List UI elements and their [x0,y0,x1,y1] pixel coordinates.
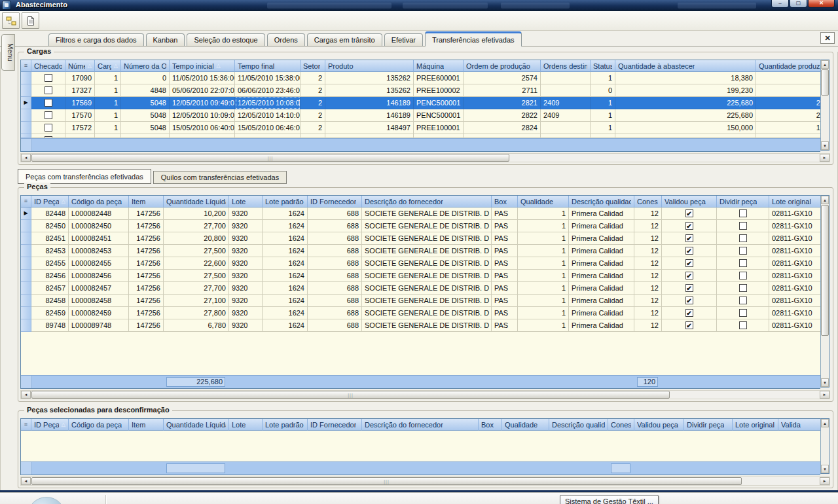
grid-cell[interactable]: 2 [301,109,325,122]
grid-cell[interactable]: Primera Calidad [569,220,634,232]
cargas-column-header[interactable]: Carga△ [95,60,121,72]
grid-cell[interactable]: 5048 [121,109,170,122]
grid-cell[interactable]: 82459 [31,307,69,319]
checkbox-checked[interactable]: ✔ [685,209,693,217]
checkbox-checked[interactable]: ✔ [685,259,693,267]
grid-cell[interactable]: Primera Calidad [569,295,634,307]
grid-cell[interactable]: 12 [634,295,662,307]
grid-cell[interactable]: 1 [591,109,615,122]
grid-cell[interactable] [31,97,65,109]
grid-cell[interactable]: 147256 [129,245,164,257]
desconf-horizontal-scrollbar[interactable]: ◄ ► [20,477,830,486]
grid-cell[interactable]: 1624 [263,257,308,270]
grid-cell[interactable]: 82455 [31,257,69,270]
scroll-right-button[interactable]: ► [820,477,829,485]
scroll-down-button[interactable]: ▼ [821,378,829,387]
grid-cell[interactable]: 12 [634,245,662,257]
grid-cell[interactable]: 147256 [129,257,164,270]
row-pointer[interactable] [21,220,31,232]
grid-cell[interactable]: 82457 [31,282,69,295]
grid-cell[interactable]: 1 [518,207,569,220]
pecas-column-header[interactable]: Qualidade [518,196,569,207]
grid-cell[interactable]: 1624 [263,245,308,257]
table-row[interactable]: 82459L00008245914725627,80093201624688SO… [21,307,820,319]
grid-cell[interactable]: 1 [518,232,569,245]
table-row[interactable]: 82453L00008245314725627,50093201624688SO… [21,245,820,257]
grid-cell[interactable]: 688 [308,307,362,319]
grid-cell[interactable]: 12 [634,307,662,319]
grid-cell[interactable]: Primera Calidad [569,257,634,270]
desconf-column-header[interactable]: Descrição do fornecedor [362,419,479,431]
grid-cell[interactable]: 225,680 [615,109,756,122]
grid-cell[interactable]: SOCIETE GENERALE DE DISTRIB. D [362,207,492,220]
table-row[interactable]: 82455L00008245514725622,60093201624688SO… [21,257,820,270]
grid-cell[interactable]: L000082459 [69,307,129,319]
pecas-column-header[interactable]: Validou peça [662,196,717,207]
grid-cell[interactable]: SOCIETE GENERALE DE DISTRIB. D [362,307,492,319]
grid-cell[interactable]: 11/05/2010 15:38:00 [235,72,301,84]
grid-cell[interactable]: 224 [756,109,820,122]
grid-cell[interactable] [31,109,65,122]
grid-cell[interactable]: PENC500001 [414,109,464,122]
grid-cell[interactable]: PAS [492,295,518,307]
grid-cell[interactable]: 0 [121,72,170,84]
pecas-column-header[interactable]: Item [129,196,164,207]
grid-cell[interactable] [31,84,65,97]
grid-cell[interactable]: 1624 [263,207,308,220]
grid-cell[interactable]: 1624 [263,319,308,332]
grid-cell[interactable]: ✔ [662,270,717,282]
checkbox-unchecked[interactable] [45,124,52,132]
grid-cell[interactable]: 150,000 [615,122,756,134]
desconf-column-header[interactable]: Lote original [733,419,778,431]
grid-cell[interactable]: L000082455 [69,257,129,270]
tree-view-button[interactable] [2,12,20,29]
grid-cell[interactable]: 15/05/2010 06:46:00 [235,122,301,134]
grid-cell[interactable]: 02811-GX10 [769,220,820,232]
grid-cell[interactable]: PAS [492,270,518,282]
grid-cell[interactable]: SOCIETE GENERALE DE DISTRIB. D [362,295,492,307]
cargas-horizontal-scrollbar[interactable]: ◄ ► [20,153,830,162]
grid-cell[interactable]: Primera Calidad [569,207,634,220]
grid-cell[interactable]: ✔ [662,220,717,232]
grid-cell[interactable]: PAS [492,282,518,295]
row-pointer[interactable] [21,122,31,134]
horizontal-scroll-thumb[interactable] [31,391,670,399]
grid-cell[interactable]: 12 [634,220,662,232]
row-pointer[interactable] [21,282,31,295]
cargas-column-header[interactable]: Tempo inicial△ [170,60,235,72]
grid-cell[interactable]: 1 [591,122,615,134]
row-selector-corner-icon[interactable]: ≡ [21,60,31,72]
pecas-column-header[interactable]: Cones [634,196,662,207]
grid-cell[interactable]: ✔ [662,232,717,245]
grid-cell[interactable]: 2 [301,122,325,134]
scroll-down-button[interactable]: ▼ [821,465,829,473]
grid-cell[interactable]: Primera Calidad [569,282,634,295]
row-pointer[interactable] [21,270,31,282]
desconf-column-header[interactable]: Código da peça [69,419,129,431]
checkbox-unchecked[interactable] [739,297,747,304]
grid-cell[interactable]: PAS [492,245,518,257]
grid-cell[interactable]: 1 [591,72,615,84]
checkbox-unchecked[interactable] [739,209,747,217]
checkbox-unchecked[interactable] [45,74,52,82]
row-selector-corner-icon[interactable]: ≡ [21,196,31,207]
cargas-column-header[interactable]: Número△ [65,60,95,72]
tab-transferencias-efetivadas[interactable]: Transferências efetivadas [425,31,522,46]
desconf-column-header[interactable]: ID Peça△ [31,419,69,431]
grid-cell[interactable]: 135262 [325,84,414,97]
grid-cell[interactable]: 82453 [31,245,69,257]
grid-cell[interactable]: ✔ [662,319,717,332]
grid-cell[interactable]: 0 [756,84,820,97]
grid-cell[interactable]: 9320 [229,257,263,270]
grid-cell[interactable]: Primera Calidad [569,245,634,257]
grid-cell[interactable]: 02811-GX10 [769,319,820,332]
table-row[interactable]: 89748L0000897481472566,78093201624688SOC… [21,319,820,332]
grid-cell[interactable]: 02811-GX10 [769,207,820,220]
grid-cell[interactable]: 17090 [65,72,95,84]
grid-cell[interactable]: 15/05/2010 06:40:00 [170,122,235,134]
grid-cell[interactable]: ✔ [662,295,717,307]
desconf-column-header[interactable]: Dividir peça [684,419,733,431]
cargas-column-header[interactable]: Produto [325,60,414,72]
grid-cell[interactable]: Primera Calidad [569,319,634,332]
document-button[interactable] [22,12,39,29]
